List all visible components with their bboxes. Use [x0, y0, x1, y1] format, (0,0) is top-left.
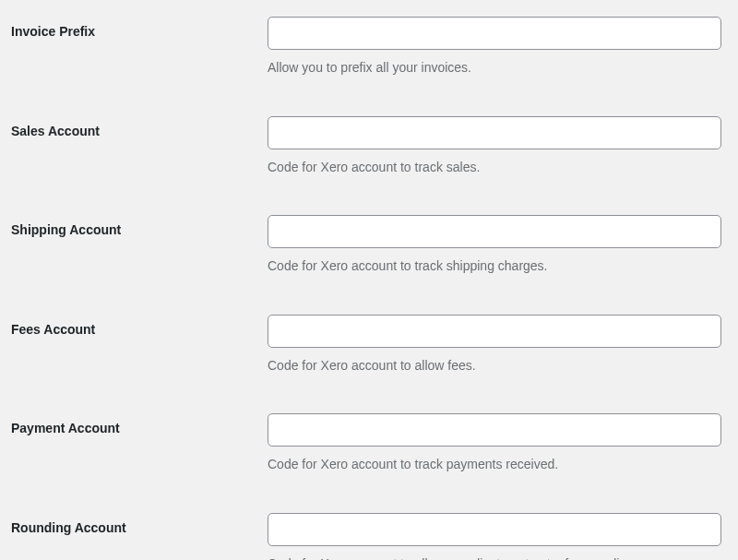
sales-account-input[interactable]: [268, 116, 721, 149]
rounding-account-description: Code for Xero account to allow an adjust…: [268, 555, 721, 560]
sales-account-label: Sales Account: [11, 116, 268, 138]
fees-account-row: Fees Account Code for Xero account to al…: [11, 315, 727, 375]
rounding-account-label: Rounding Account: [11, 513, 268, 535]
fees-account-field: Code for Xero account to allow fees.: [268, 315, 727, 375]
invoice-prefix-field: Allow you to prefix all your invoices.: [268, 17, 727, 77]
shipping-account-description: Code for Xero account to track shipping …: [268, 257, 721, 276]
payment-account-input[interactable]: [268, 413, 721, 447]
rounding-account-input[interactable]: [268, 513, 721, 546]
fees-account-input[interactable]: [268, 315, 721, 348]
shipping-account-field: Code for Xero account to track shipping …: [268, 215, 727, 276]
payment-account-description: Code for Xero account to track payments …: [268, 456, 721, 474]
sales-account-description: Code for Xero account to track sales.: [268, 159, 721, 177]
shipping-account-row: Shipping Account Code for Xero account t…: [11, 215, 727, 276]
payment-account-row: Payment Account Code for Xero account to…: [11, 413, 727, 474]
invoice-prefix-label: Invoice Prefix: [11, 17, 268, 39]
fees-account-description: Code for Xero account to allow fees.: [268, 357, 721, 375]
rounding-account-row: Rounding Account Code for Xero account t…: [11, 513, 727, 560]
sales-account-row: Sales Account Code for Xero account to t…: [11, 116, 727, 177]
shipping-account-label: Shipping Account: [11, 215, 268, 237]
invoice-prefix-row: Invoice Prefix Allow you to prefix all y…: [11, 17, 727, 77]
payment-account-label: Payment Account: [11, 413, 268, 435]
payment-account-field: Code for Xero account to track payments …: [268, 413, 727, 474]
invoice-prefix-input[interactable]: [268, 17, 721, 50]
shipping-account-input[interactable]: [268, 215, 721, 248]
invoice-prefix-description: Allow you to prefix all your invoices.: [268, 59, 721, 77]
rounding-account-field: Code for Xero account to allow an adjust…: [268, 513, 727, 560]
sales-account-field: Code for Xero account to track sales.: [268, 116, 727, 177]
fees-account-label: Fees Account: [11, 315, 268, 337]
